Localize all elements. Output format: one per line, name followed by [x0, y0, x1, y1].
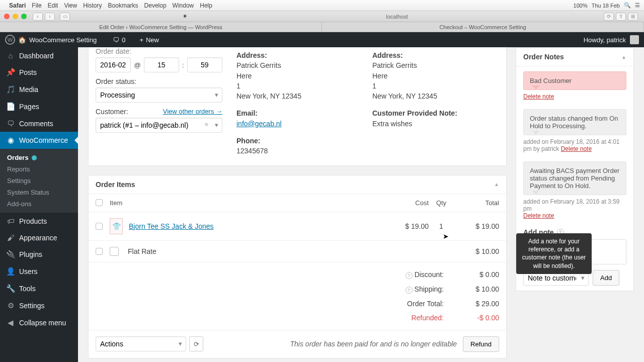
menu-window[interactable]: Window [173, 2, 194, 9]
order-minute-input[interactable] [187, 57, 222, 72]
sidebar-item-posts[interactable]: 📌Posts [0, 64, 78, 81]
order-notes-panel: Order Notes▲ Bad Customer Delete note Or… [516, 47, 634, 291]
shipping-icon [110, 247, 119, 256]
menu-file[interactable]: File [32, 2, 41, 9]
sidebar-button[interactable]: ▭ [60, 13, 70, 21]
menu-help[interactable]: Help [200, 2, 212, 9]
site-name[interactable]: WooCommerce Setting [29, 36, 97, 44]
help-icon[interactable]: ? [406, 272, 413, 279]
row-checkbox[interactable] [96, 248, 103, 255]
avatar[interactable] [630, 35, 639, 44]
col-qty: Qty [429, 199, 454, 207]
reader-button[interactable]: ⟳ [604, 13, 614, 21]
refunded-value: -$ 0.00 [454, 314, 499, 322]
shipping-address-label: Address: [372, 50, 499, 60]
menu-edit[interactable]: Edit [48, 2, 58, 9]
order-status-select[interactable] [96, 87, 222, 103]
apply-button[interactable]: ⟳ [189, 336, 203, 351]
sidebar-item-products[interactable]: 🏷Products [0, 213, 78, 229]
row-checkbox[interactable] [96, 223, 103, 230]
sidebar-item-appearance[interactable]: 🖌Appearance [0, 229, 78, 246]
billing-name: Patrick Gerrits [236, 60, 358, 70]
customer-email-link[interactable]: info@gecab.nl [236, 120, 282, 128]
browser-toolbar: ‹ › ▭ ✷ localhost ⟳ ⇪ ⊞ [0, 11, 644, 22]
mac-menubar: Safari File Edit View History Bookmarks … [0, 0, 644, 11]
menu-develop[interactable]: Develop [144, 2, 167, 9]
order-notes-title: Order Notes [523, 53, 564, 61]
url-bar[interactable]: localhost [195, 14, 599, 20]
delete-note-link[interactable]: Delete note [561, 145, 592, 152]
sidebar-sub-settings[interactable]: Settings [0, 175, 78, 187]
refund-button[interactable]: Refund [463, 336, 499, 352]
delete-note-link[interactable]: Delete note [523, 93, 554, 100]
comments-count[interactable]: 🗨 0 [113, 36, 125, 44]
sidebar-item-users[interactable]: 👤Users [0, 263, 78, 280]
col-item: Item [110, 199, 393, 207]
shipping-row: Flat Rate $ 10.00 [89, 241, 506, 262]
select-all-checkbox[interactable] [96, 199, 103, 206]
order-items-panel: Order Items▲ Item Cost Qty Total 👕 Bjorn… [88, 175, 507, 358]
order-hour-input[interactable] [144, 57, 179, 72]
forward-button[interactable]: › [45, 13, 55, 21]
new-label: New [146, 36, 159, 44]
delete-note-link[interactable]: Delete note [523, 212, 554, 219]
user-icon: 👤 [6, 267, 15, 276]
sidebar-label: Products [19, 217, 47, 225]
sidebar-item-comments[interactable]: 🗨Comments [0, 115, 78, 132]
sidebar-item-tools[interactable]: 🔧Tools [0, 280, 78, 297]
comment-icon: 🗨 [6, 119, 15, 128]
actions-select[interactable] [96, 336, 186, 351]
note-meta: added on February 18, 2016 at 3:59 pm [523, 198, 619, 212]
tabs-button[interactable]: ⊞ [628, 13, 638, 21]
sidebar-sub-reports[interactable]: Reports [0, 163, 78, 175]
tab-2[interactable]: Checkout – WooCommerce Setting [322, 22, 644, 32]
menu-history[interactable]: History [83, 2, 102, 9]
shipping-line3: New York, NY 12345 [372, 91, 499, 101]
product-thumb: 👕 [110, 218, 123, 234]
tag-icon: 🏷 [6, 217, 15, 225]
sidebar-item-media[interactable]: 🎵Media [0, 81, 78, 98]
order-items-title: Order Items [96, 180, 135, 189]
billing-address-label: Address: [236, 50, 358, 60]
window-controls[interactable] [4, 14, 27, 19]
collapse-icon[interactable]: ▲ [494, 182, 499, 187]
sidebar-label: Media [19, 85, 38, 94]
sidebar-item-dashboard[interactable]: ⌂Dashboard [0, 47, 78, 64]
sidebar-item-plugins[interactable]: 🔌Plugins [0, 246, 78, 263]
collapse-icon: ◀ [6, 318, 15, 327]
sidebar-sub-orders[interactable]: Orders [0, 152, 78, 163]
new-button[interactable]: + New [139, 36, 159, 44]
howdy[interactable]: Howdy, patrick [584, 36, 626, 44]
customer-note: Extra wishes [372, 119, 499, 129]
search-icon[interactable]: 🔍 [624, 2, 631, 9]
sidebar-label: Pages [19, 103, 39, 111]
sidebar-item-pages[interactable]: 📄Pages [0, 98, 78, 115]
menu-icon[interactable]: ☰ [635, 2, 640, 9]
extension-icon[interactable]: ✷ [183, 13, 187, 20]
sidebar-label: Posts [19, 68, 37, 76]
add-note-button[interactable]: Add [593, 270, 619, 286]
sidebar-sub-addons[interactable]: Add-ons [0, 198, 78, 210]
help-icon[interactable]: ? [406, 287, 413, 294]
customer-select[interactable] [96, 118, 222, 133]
clear-icon[interactable]: × [204, 121, 208, 128]
view-other-orders-link[interactable]: View other orders → [163, 108, 222, 118]
row-qty: 1 [429, 222, 454, 230]
home-icon[interactable]: 🏠 [18, 36, 26, 44]
wp-logo-icon[interactable]: W [5, 35, 15, 45]
comments-num: 0 [122, 36, 125, 44]
back-button[interactable]: ‹ [33, 13, 43, 21]
menu-view[interactable]: View [64, 2, 77, 9]
sidebar-collapse[interactable]: ◀Collapse menu [0, 314, 78, 331]
tab-1[interactable]: Edit Order ‹ WooCommerce Setting — WordP… [0, 22, 322, 32]
sidebar-item-settings[interactable]: ⚙Settings [0, 297, 78, 314]
menu-bookmarks[interactable]: Bookmarks [108, 2, 138, 9]
order-note: Order status changed from On Hold to Pro… [523, 109, 626, 135]
order-date-input[interactable] [96, 57, 131, 72]
product-link[interactable]: Bjorn Tee SS Jack & Jones [129, 222, 214, 230]
sidebar-item-woocommerce[interactable]: ◉WooCommerce [0, 132, 78, 149]
sidebar-sub-status[interactable]: System Status [0, 187, 78, 198]
collapse-icon[interactable]: ▲ [621, 54, 626, 60]
share-button[interactable]: ⇪ [616, 13, 626, 21]
app-name[interactable]: Safari [9, 2, 26, 9]
